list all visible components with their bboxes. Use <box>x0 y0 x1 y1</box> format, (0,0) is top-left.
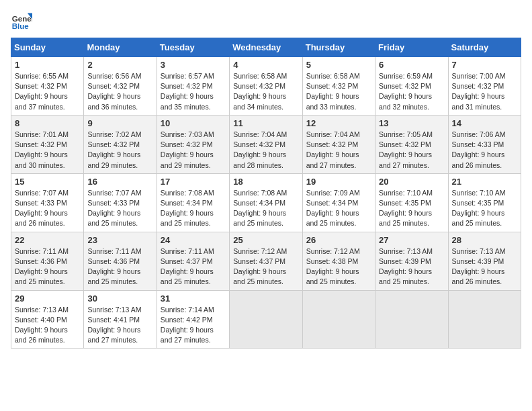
sunset-label: Sunset: 4:34 PM <box>233 199 285 207</box>
calendar-cell: 31 Sunrise: 7:14 AM Sunset: 4:42 PM Dayl… <box>157 290 229 349</box>
sunset-label: Sunset: 4:36 PM <box>87 257 140 265</box>
calendar-cell: 18 Sunrise: 7:08 AM Sunset: 4:34 PM Dayl… <box>230 173 302 232</box>
calendar-cell: 25 Sunrise: 7:12 AM Sunset: 4:37 PM Dayl… <box>230 232 302 290</box>
day-info: Sunrise: 7:07 AM Sunset: 4:33 PM Dayligh… <box>15 188 80 229</box>
sunset-label: Sunset: 4:33 PM <box>15 199 67 207</box>
day-number: 12 <box>306 118 371 128</box>
calendar-cell <box>375 290 448 349</box>
sunrise-label: Sunrise: 7:08 AM <box>233 189 287 197</box>
svg-text:Blue: Blue <box>12 22 30 30</box>
daylight-label: Daylight: 9 hours and 31 minutes. <box>452 92 505 110</box>
logo: General Blue <box>11 11 32 32</box>
daylight-label: Daylight: 9 hours and 37 minutes. <box>15 92 68 110</box>
daylight-label: Daylight: 9 hours and 25 minutes. <box>233 209 286 227</box>
calendar-cell: 28 Sunrise: 7:13 AM Sunset: 4:39 PM Dayl… <box>448 232 521 290</box>
calendar-cell: 22 Sunrise: 7:11 AM Sunset: 4:36 PM Dayl… <box>11 232 84 290</box>
day-number: 18 <box>233 177 298 187</box>
daylight-label: Daylight: 9 hours and 25 minutes. <box>87 209 140 227</box>
calendar-cell: 17 Sunrise: 7:08 AM Sunset: 4:34 PM Dayl… <box>157 173 229 232</box>
sunset-label: Sunset: 4:32 PM <box>306 140 359 148</box>
day-number: 14 <box>452 118 517 128</box>
day-number: 10 <box>161 118 226 128</box>
daylight-label: Daylight: 9 hours and 26 minutes. <box>15 209 68 227</box>
calendar-cell: 24 Sunrise: 7:11 AM Sunset: 4:37 PM Dayl… <box>157 232 229 290</box>
sunset-label: Sunset: 4:33 PM <box>452 140 504 148</box>
sunset-label: Sunset: 4:37 PM <box>233 257 285 265</box>
sunrise-label: Sunrise: 7:06 AM <box>452 130 506 138</box>
sunrise-label: Sunrise: 6:55 AM <box>15 72 69 80</box>
day-number: 31 <box>161 293 226 304</box>
weekday-header-saturday: Saturday <box>448 38 521 57</box>
sunrise-label: Sunrise: 7:03 AM <box>161 130 214 138</box>
sunrise-label: Sunrise: 6:56 AM <box>87 72 141 80</box>
sunrise-label: Sunrise: 6:59 AM <box>379 72 433 80</box>
daylight-label: Daylight: 9 hours and 29 minutes. <box>161 150 214 169</box>
day-info: Sunrise: 6:58 AM Sunset: 4:32 PM Dayligh… <box>306 71 371 112</box>
daylight-label: Daylight: 9 hours and 25 minutes. <box>161 267 214 285</box>
day-number: 7 <box>452 60 517 70</box>
logo-icon: General Blue <box>11 11 32 32</box>
calendar-cell: 10 Sunrise: 7:03 AM Sunset: 4:32 PM Dayl… <box>157 115 229 173</box>
day-info: Sunrise: 6:57 AM Sunset: 4:32 PM Dayligh… <box>161 71 226 112</box>
calendar-week-1: 1 Sunrise: 6:55 AM Sunset: 4:32 PM Dayli… <box>11 57 521 116</box>
calendar-cell: 4 Sunrise: 6:58 AM Sunset: 4:32 PM Dayli… <box>230 57 302 116</box>
calendar-cell: 11 Sunrise: 7:04 AM Sunset: 4:32 PM Dayl… <box>230 115 302 173</box>
day-info: Sunrise: 7:00 AM Sunset: 4:32 PM Dayligh… <box>452 71 517 112</box>
sunrise-label: Sunrise: 7:12 AM <box>233 247 287 255</box>
daylight-label: Daylight: 9 hours and 27 minutes. <box>87 326 140 344</box>
calendar-cell: 6 Sunrise: 6:59 AM Sunset: 4:32 PM Dayli… <box>375 57 448 116</box>
sunset-label: Sunset: 4:38 PM <box>306 257 359 265</box>
daylight-label: Daylight: 9 hours and 28 minutes. <box>233 150 286 169</box>
day-info: Sunrise: 7:11 AM Sunset: 4:37 PM Dayligh… <box>161 246 226 287</box>
sunrise-label: Sunrise: 7:00 AM <box>452 72 506 80</box>
sunrise-label: Sunrise: 7:10 AM <box>379 189 433 197</box>
weekday-header-wednesday: Wednesday <box>230 38 302 57</box>
calendar-cell: 14 Sunrise: 7:06 AM Sunset: 4:33 PM Dayl… <box>448 115 521 173</box>
daylight-label: Daylight: 9 hours and 30 minutes. <box>15 150 68 169</box>
day-number: 9 <box>87 118 152 128</box>
calendar-week-3: 15 Sunrise: 7:07 AM Sunset: 4:33 PM Dayl… <box>11 173 521 232</box>
sunset-label: Sunset: 4:34 PM <box>306 199 359 207</box>
sunset-label: Sunset: 4:32 PM <box>161 82 213 90</box>
daylight-label: Daylight: 9 hours and 25 minutes. <box>379 209 432 227</box>
sunrise-label: Sunrise: 7:14 AM <box>161 306 214 314</box>
day-number: 16 <box>87 177 152 187</box>
day-number: 8 <box>15 118 80 128</box>
sunset-label: Sunset: 4:32 PM <box>233 140 285 148</box>
sunrise-label: Sunrise: 7:13 AM <box>452 247 506 255</box>
day-number: 6 <box>379 60 444 70</box>
day-number: 25 <box>233 235 298 245</box>
daylight-label: Daylight: 9 hours and 25 minutes. <box>452 209 505 227</box>
weekday-header-friday: Friday <box>375 38 448 57</box>
calendar-cell: 27 Sunrise: 7:13 AM Sunset: 4:39 PM Dayl… <box>375 232 448 290</box>
day-number: 17 <box>161 177 226 187</box>
daylight-label: Daylight: 9 hours and 25 minutes. <box>379 267 432 285</box>
daylight-label: Daylight: 9 hours and 27 minutes. <box>161 326 214 344</box>
day-number: 21 <box>452 177 517 187</box>
day-number: 11 <box>233 118 298 128</box>
day-info: Sunrise: 7:05 AM Sunset: 4:32 PM Dayligh… <box>379 130 444 171</box>
sunset-label: Sunset: 4:35 PM <box>452 199 504 207</box>
calendar-cell: 2 Sunrise: 6:56 AM Sunset: 4:32 PM Dayli… <box>84 57 157 116</box>
sunrise-label: Sunrise: 6:58 AM <box>233 72 287 80</box>
sunset-label: Sunset: 4:42 PM <box>161 316 213 324</box>
weekday-header-sunday: Sunday <box>11 38 84 57</box>
sunset-label: Sunset: 4:32 PM <box>379 82 431 90</box>
sunset-label: Sunset: 4:39 PM <box>379 257 431 265</box>
sunrise-label: Sunrise: 7:10 AM <box>452 189 506 197</box>
day-info: Sunrise: 7:13 AM Sunset: 4:39 PM Dayligh… <box>452 246 517 287</box>
day-info: Sunrise: 7:13 AM Sunset: 4:41 PM Dayligh… <box>87 305 152 346</box>
day-number: 29 <box>15 293 80 304</box>
sunset-label: Sunset: 4:32 PM <box>379 140 431 148</box>
calendar-week-4: 22 Sunrise: 7:11 AM Sunset: 4:36 PM Dayl… <box>11 232 521 290</box>
day-number: 30 <box>87 293 152 304</box>
daylight-label: Daylight: 9 hours and 27 minutes. <box>379 150 432 169</box>
day-info: Sunrise: 7:12 AM Sunset: 4:38 PM Dayligh… <box>306 246 371 287</box>
day-info: Sunrise: 6:59 AM Sunset: 4:32 PM Dayligh… <box>379 71 444 112</box>
day-info: Sunrise: 7:09 AM Sunset: 4:34 PM Dayligh… <box>306 188 371 229</box>
day-info: Sunrise: 6:55 AM Sunset: 4:32 PM Dayligh… <box>15 71 80 112</box>
day-info: Sunrise: 7:04 AM Sunset: 4:32 PM Dayligh… <box>233 130 298 171</box>
calendar-cell: 26 Sunrise: 7:12 AM Sunset: 4:38 PM Dayl… <box>302 232 375 290</box>
day-number: 2 <box>87 60 152 70</box>
sunset-label: Sunset: 4:32 PM <box>233 82 285 90</box>
